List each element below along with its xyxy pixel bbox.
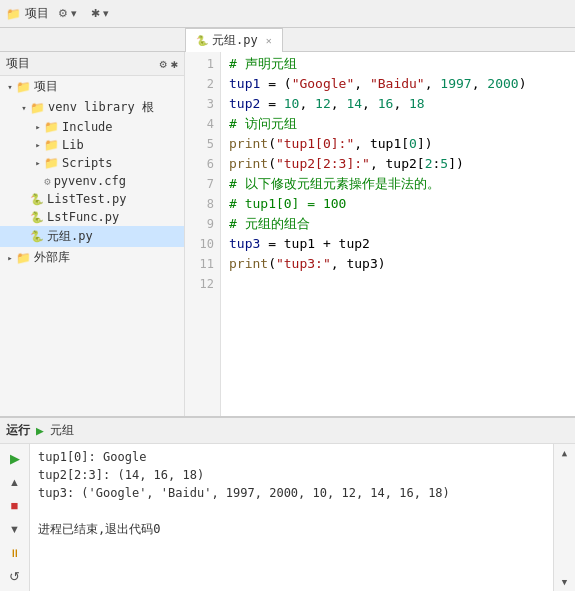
- output-line: [38, 502, 545, 520]
- rerun-button[interactable]: ↺: [4, 566, 26, 587]
- line-number-7: 7: [185, 174, 214, 194]
- project-icon: 📁: [6, 7, 21, 21]
- stop-button[interactable]: ■: [4, 495, 26, 516]
- code-lines[interactable]: # 声明元组tup1 = ("Google", "Baidu", 1997, 2…: [221, 52, 575, 416]
- new-button[interactable]: ✱ ▾: [86, 5, 114, 22]
- line-number-2: 2: [185, 74, 214, 94]
- tab-bar: 🐍 元组.py ✕: [0, 28, 575, 52]
- tree-label-include: Include: [62, 120, 113, 134]
- py-icon-listtest: 🐍: [30, 193, 44, 206]
- py-icon-lstfunc: 🐍: [30, 211, 44, 224]
- editor-tab[interactable]: 🐍 元组.py ✕: [185, 28, 283, 52]
- folder-icon-venv: 📁: [30, 101, 45, 115]
- code-line-6: print("tup2[2:3]:", tup2[2:5]): [229, 154, 567, 174]
- tree-arrow-include: ▸: [32, 122, 44, 132]
- code-line-2: tup1 = ("Google", "Baidu", 1997, 2000): [229, 74, 567, 94]
- top-toolbar: 📁 项目 ⚙ ▾ ✱ ▾: [0, 0, 575, 28]
- code-line-11: print("tup3:", tup3): [229, 254, 567, 274]
- tree-item-pyvenv[interactable]: ⚙pyvenv.cfg: [0, 172, 184, 190]
- editor-area: 123456789101112 # 声明元组tup1 = ("Google", …: [185, 52, 575, 416]
- play-button[interactable]: ▶: [4, 448, 26, 469]
- output-line: 进程已结束,退出代码0: [38, 520, 545, 538]
- folder-icon-scripts: 📁: [44, 156, 59, 170]
- tree-label-pyvenv: pyvenv.cfg: [54, 174, 126, 188]
- settings-button[interactable]: ⚙ ▾: [53, 5, 82, 22]
- tree-item-lib[interactable]: ▸📁Lib: [0, 136, 184, 154]
- code-line-12: [229, 274, 567, 294]
- code-line-7: # 以下修改元组元素操作是非法的。: [229, 174, 567, 194]
- tree-arrow-root: ▾: [4, 82, 16, 92]
- bottom-content: ▶ ▲ ■ ▼ ⏸ ↺ tup1[0]: Googletup2[2:3]: (1…: [0, 444, 575, 591]
- tree-item-external[interactable]: ▸📁外部库: [0, 247, 184, 268]
- folder-icon-root: 📁: [16, 80, 31, 94]
- output-area: tup1[0]: Googletup2[2:3]: (14, 16, 18)tu…: [30, 444, 553, 591]
- tree-item-yuanzu[interactable]: 🐍元组.py: [0, 226, 184, 247]
- bottom-toolbar: 运行 ▶ 元组: [0, 418, 575, 444]
- line-number-12: 12: [185, 274, 214, 294]
- tree-item-venv[interactable]: ▾📁venv library 根: [0, 97, 184, 118]
- scroll-down-button[interactable]: ▼: [4, 519, 26, 540]
- output-line: tup2[2:3]: (14, 16, 18): [38, 466, 545, 484]
- file-tree: ▾📁项目▾📁venv library 根▸📁Include▸📁Lib▸📁Scri…: [0, 76, 184, 268]
- tree-label-listtest: ListTest.py: [47, 192, 126, 206]
- py-icon-yuanzu: 🐍: [30, 230, 44, 243]
- tree-label-yuanzu: 元组.py: [47, 228, 93, 245]
- line-number-8: 8: [185, 194, 214, 214]
- line-number-9: 9: [185, 214, 214, 234]
- code-line-9: # 元组的组合: [229, 214, 567, 234]
- tree-label-lib: Lib: [62, 138, 84, 152]
- line-number-11: 11: [185, 254, 214, 274]
- tree-item-lstfunc[interactable]: 🐍LstFunc.py: [0, 208, 184, 226]
- code-line-10: tup3 = tup1 + tup2: [229, 234, 567, 254]
- code-line-8: # tup1[0] = 100: [229, 194, 567, 214]
- output-line: tup3: ('Google', 'Baidu', 1997, 2000, 10…: [38, 484, 545, 502]
- tree-label-lstfunc: LstFunc.py: [47, 210, 119, 224]
- run-controls: ▶ ▲ ■ ▼ ⏸ ↺: [0, 444, 30, 591]
- bottom-panel: 运行 ▶ 元组 ▶ ▲ ■ ▼ ⏸ ↺ tup1[0]: Googletup2[…: [0, 416, 575, 591]
- run-label: 运行: [6, 422, 30, 439]
- line-number-4: 4: [185, 114, 214, 134]
- line-number-5: 5: [185, 134, 214, 154]
- right-controls: ▲ ▼: [553, 444, 575, 591]
- tree-item-include[interactable]: ▸📁Include: [0, 118, 184, 136]
- tree-label-venv: venv library 根: [48, 99, 154, 116]
- tree-arrow-lib: ▸: [32, 140, 44, 150]
- pause-button[interactable]: ⏸: [4, 543, 26, 564]
- code-line-5: print("tup1[0]:", tup1[0]): [229, 134, 567, 154]
- scroll-up-button[interactable]: ▲: [4, 472, 26, 493]
- line-number-1: 1: [185, 54, 214, 74]
- folder-icon-lib: 📁: [44, 138, 59, 152]
- main-area: 项目 ⚙ ✱ ▾📁项目▾📁venv library 根▸📁Include▸📁Li…: [0, 52, 575, 416]
- tab-label: 元组.py: [212, 32, 258, 49]
- line-numbers: 123456789101112: [185, 52, 221, 416]
- sidebar-header: 项目 ⚙ ✱: [0, 52, 184, 76]
- folder-icon-include: 📁: [44, 120, 59, 134]
- run-file-label: 元组: [50, 422, 74, 439]
- sidebar: 项目 ⚙ ✱ ▾📁项目▾📁venv library 根▸📁Include▸📁Li…: [0, 52, 185, 416]
- run-icon: ▶: [36, 423, 44, 438]
- code-line-3: tup2 = 10, 12, 14, 16, 18: [229, 94, 567, 114]
- sidebar-header-label: 项目: [6, 55, 30, 72]
- folder-icon-external: 📁: [16, 251, 31, 265]
- tab-close-icon[interactable]: ✕: [266, 35, 272, 46]
- tree-label-root: 项目: [34, 78, 58, 95]
- output-line: tup1[0]: Google: [38, 448, 545, 466]
- tree-item-root[interactable]: ▾📁项目: [0, 76, 184, 97]
- code-line-4: # 访问元组: [229, 114, 567, 134]
- right-up-icon[interactable]: ▲: [562, 448, 567, 458]
- sidebar-settings-icon[interactable]: ⚙: [160, 57, 167, 71]
- tab-file-icon: 🐍: [196, 35, 208, 46]
- code-line-1: # 声明元组: [229, 54, 567, 74]
- right-down-icon[interactable]: ▼: [562, 577, 567, 587]
- tree-item-listtest[interactable]: 🐍ListTest.py: [0, 190, 184, 208]
- line-number-10: 10: [185, 234, 214, 254]
- tree-label-scripts: Scripts: [62, 156, 113, 170]
- cfg-icon-pyvenv: ⚙: [44, 175, 51, 188]
- sidebar-new-icon[interactable]: ✱: [171, 57, 178, 71]
- tree-item-scripts[interactable]: ▸📁Scripts: [0, 154, 184, 172]
- toolbar-project-label: 项目: [25, 5, 49, 22]
- tree-label-external: 外部库: [34, 249, 70, 266]
- code-container: 123456789101112 # 声明元组tup1 = ("Google", …: [185, 52, 575, 416]
- tree-arrow-venv: ▾: [18, 103, 30, 113]
- tree-arrow-external: ▸: [4, 253, 16, 263]
